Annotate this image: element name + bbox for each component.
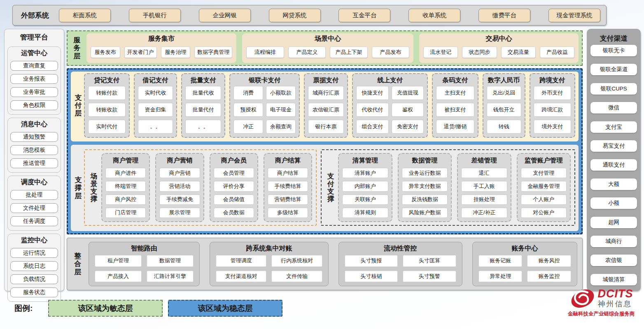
support-column: 清算管理清算账户内部账户关联账户清算规则 <box>338 153 392 222</box>
external-system-box: 缴费平台 <box>478 9 530 22</box>
integration-item-box: 租户管理 <box>95 255 142 267</box>
payment-channel-box: 城银清算 <box>590 274 637 285</box>
support-item-box: 评价分享 <box>214 181 254 191</box>
payment-item-box: 免密支付 <box>392 120 424 134</box>
support-item-box: 门店管理 <box>105 208 146 218</box>
support-item-box: 关联账户 <box>342 195 388 205</box>
payment-item-box: 被扫支付 <box>436 103 474 117</box>
external-system-box: 现金管理系统 <box>548 9 600 22</box>
management-item-box: 运行情况 <box>10 248 58 258</box>
payment-item-box: 消费 <box>233 86 263 100</box>
support-item-box: 金融服务管理 <box>521 181 567 191</box>
payment-item-box: 。。 <box>185 120 221 134</box>
payment-item-box: 城商行汇票 <box>308 86 344 100</box>
dcits-swirl-icon <box>569 287 596 310</box>
payment-column: 贷记支付转账付款转账收款实时代付 <box>84 73 130 138</box>
integration-item-box: 支付渠道核对 <box>216 271 266 283</box>
integration-group: 账务中心账务记账账务风控异常处理账务监控 <box>472 242 577 286</box>
integration-item-box: 行内系统核对 <box>271 255 322 267</box>
payment-item-box: 代收代付 <box>356 103 389 117</box>
integration-group-title: 账务中心 <box>478 244 571 253</box>
management-item-box: 系统日志 <box>10 261 58 271</box>
integration-item-box: 头寸预报 <box>345 255 398 267</box>
service-item-box: 产品收益 <box>540 46 574 58</box>
integration-group: 智能路由租户管理数据管理产品接入汇路计算引擎 <box>89 242 200 286</box>
payment-item-box: 电子现金 <box>266 103 296 117</box>
external-system-box: 企业网银 <box>199 9 251 22</box>
support-column-title: 商户结算 <box>268 156 308 165</box>
support-zone-columns: 清算管理清算账户内部账户关联账户清算规则数据管理业务运行数据异常支付数据反洗钱数… <box>338 153 571 222</box>
payment-channels-panel: 支付渠道 银联无卡银联全渠道银联CUPS微信支付宝易宝支付通联支付大额小额超网城… <box>587 29 641 291</box>
support-item-box: 手续费减免 <box>159 195 200 205</box>
payment-item-box: 鉴权 <box>392 103 424 117</box>
service-item-box: 产品定义 <box>288 46 326 58</box>
service-group-title: 场景中心 <box>246 35 409 43</box>
support-column: 商户会员会员管理评价分享会员储值会员数据 <box>210 153 258 222</box>
logo-row: DCITS 神州信息 <box>569 287 633 310</box>
payment-item-box: 批量代收 <box>185 86 221 100</box>
management-section-title: 调度中心 <box>10 178 58 187</box>
scene-support-zone: 场 景 支 撑商户管理商户进件终端管理商户风控门店管理商户营销商户营销营销活动手… <box>84 149 317 226</box>
payment-item-box: 跨境汇款 <box>534 103 572 117</box>
integration-groups: 智能路由租户管理数据管理产品接入汇路计算引擎跨系统集中对账管理调度行内系统核对支… <box>89 242 577 286</box>
payment-item-box: 冲正 <box>233 120 263 134</box>
external-system-box: 手机银行 <box>129 9 181 22</box>
support-item-box: 营销费结算 <box>268 195 308 205</box>
integration-group-items: 头寸预报头寸匡算头寸核销头寸预警 <box>345 255 456 282</box>
support-layer: 支 撑 层 场 景 支 撑商户管理商户进件终端管理商户风控门店管理商户营销商户营… <box>71 145 579 231</box>
payment-item-box: 充值提现 <box>392 86 424 100</box>
service-group-title: 交易中心 <box>423 35 574 43</box>
payment-channel-box: 小额 <box>590 197 637 209</box>
payment-item-box: 余额查询 <box>266 120 296 134</box>
support-item-box: 内部账户 <box>342 181 388 191</box>
support-item-box: 个人账户 <box>521 195 567 205</box>
payment-support-zone: 支 付 支 撑清算管理清算账户内部账户关联账户清算规则数据管理业务运行数据异常支… <box>321 149 575 226</box>
service-layer-label: 服 务 层 <box>71 36 83 60</box>
management-item-box: 业务审批 <box>10 87 58 97</box>
payment-item-box: 资金归集 <box>138 103 173 117</box>
payment-layer-label: 支 付 层 <box>72 94 84 117</box>
support-column-title: 清算管理 <box>342 156 388 165</box>
integration-group: 流动性管控头寸预报头寸匡算头寸核销头寸预警 <box>338 242 462 286</box>
service-group-items: 流程编排产品定义产品上下架产品发布 <box>246 44 409 60</box>
payment-item-box: 外币支付 <box>534 86 572 100</box>
payment-item-box: 境外支付 <box>534 120 572 134</box>
support-item-box: 会员数据 <box>214 208 254 218</box>
payment-channel-box: 支付宝 <box>590 121 637 133</box>
logo-tagline: 金融科技全产业链综合服务商 <box>568 310 635 317</box>
payment-channel-box: 通联支付 <box>590 159 637 171</box>
payment-column-title: 借记支付 <box>138 76 173 85</box>
management-section-title: 消息中心 <box>10 120 58 129</box>
external-system-box: 互金平台 <box>338 9 390 22</box>
service-group-title: 服务集市 <box>91 35 232 43</box>
payment-channel-box: 银联无卡 <box>590 45 637 56</box>
service-item-box: 服务治理 <box>161 46 191 58</box>
payment-column: 借记支付实时代收资金归集。。 <box>134 73 177 138</box>
support-column: 商户营销商户营销营销活动手续费减免展示管理 <box>155 153 204 222</box>
support-item-box: 商户进件 <box>105 168 146 178</box>
service-item-box: 产品发布 <box>372 46 410 58</box>
integration-item-box: 数据管理 <box>147 255 194 267</box>
integration-item-box: 异常处理 <box>478 271 523 283</box>
management-item-box: 业务报表 <box>10 74 58 84</box>
integration-item-box: 头寸预警 <box>403 271 456 283</box>
management-sections: 运管中心查询查复业务报表业务审批角色权限消息中心通知预警消息模板推送管理调度中心… <box>7 44 61 302</box>
payment-column-title: 线上支付 <box>356 76 424 85</box>
support-column-title: 监管账户管理 <box>521 156 567 165</box>
support-item-box: 多级结算 <box>268 208 308 218</box>
legend-sensitive-layer: 该区域为敏态层 <box>48 300 163 317</box>
payment-columns: 贷记支付转账付款转账收款实时代付借记支付实时代收资金归集。。批量支付批量代收批量… <box>84 73 575 138</box>
payment-column-items: 兑出/兑回钱包开立转钱 <box>487 86 521 134</box>
support-zones: 场 景 支 撑商户管理商户进件终端管理商户风控门店管理商户营销商户营销营销活动手… <box>84 146 575 230</box>
support-column-title: 数据管理 <box>402 156 448 165</box>
support-item-box: 退汇 <box>461 168 507 178</box>
external-system-box: 网贷系统 <box>269 9 321 22</box>
payment-item-box: 兑出/兑回 <box>487 86 521 100</box>
support-item-box: 商户风控 <box>105 195 146 205</box>
support-item-box: 业务运行数据 <box>402 168 448 178</box>
service-item-box: 状态同步 <box>462 46 497 58</box>
payment-item-box: 银行本票 <box>308 120 344 134</box>
support-column-items: 退汇手工入账挂账处理冲正/补正 <box>461 168 507 218</box>
payment-item-box: 钱包开立 <box>487 103 521 117</box>
management-section-title: 监控中心 <box>10 236 58 245</box>
